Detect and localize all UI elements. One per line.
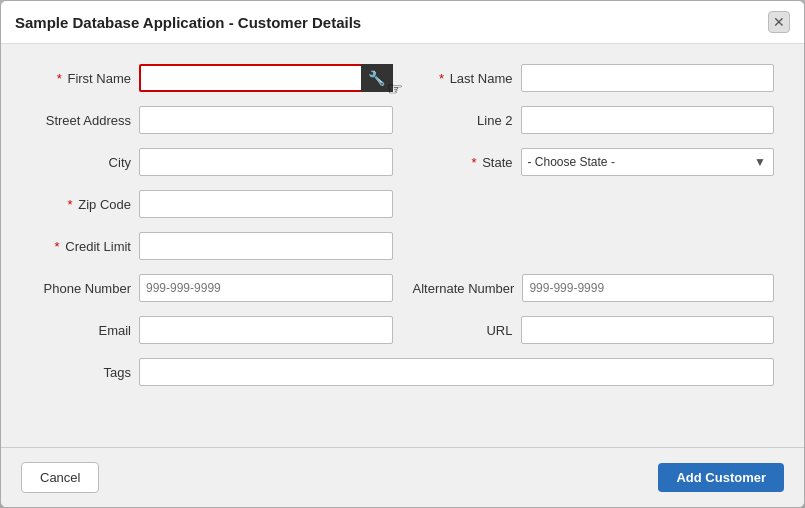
required-star-zip: * — [68, 197, 73, 212]
add-customer-button[interactable]: Add Customer — [658, 463, 784, 492]
dialog-footer: Cancel Add Customer — [1, 447, 804, 507]
field-email: Email — [31, 316, 393, 344]
url-label: URL — [413, 323, 513, 338]
field-street-address: Street Address — [31, 106, 393, 134]
street-address-input[interactable] — [139, 106, 393, 134]
field-url: URL — [413, 316, 775, 344]
field-phone: Phone Number — [31, 274, 393, 302]
tags-input[interactable] — [139, 358, 774, 386]
state-select-wrapper: - Choose State - Alabama Alaska Arizona … — [521, 148, 775, 176]
required-star-state: * — [471, 155, 476, 170]
url-input[interactable] — [521, 316, 775, 344]
phone-label: Phone Number — [31, 281, 131, 296]
required-star-credit: * — [55, 239, 60, 254]
city-input[interactable] — [139, 148, 393, 176]
required-star-lastname: * — [439, 71, 444, 86]
close-button[interactable]: ✕ — [768, 11, 790, 33]
form-row-address: Street Address Line 2 — [31, 106, 774, 134]
dialog-body: * First Name 🔧 ☞ * Last Name — [1, 44, 804, 447]
form-row-credit: * Credit Limit — [31, 232, 774, 260]
field-zip-code: * Zip Code — [31, 190, 393, 218]
alternate-label: Alternate Number — [413, 281, 515, 296]
credit-limit-label: * Credit Limit — [31, 239, 131, 254]
line2-input[interactable] — [521, 106, 775, 134]
form-row-names: * First Name 🔧 ☞ * Last Name — [31, 64, 774, 92]
wrench-button[interactable]: 🔧 — [361, 64, 393, 92]
street-address-label: Street Address — [31, 113, 131, 128]
first-name-label: * First Name — [31, 71, 131, 86]
field-credit-limit: * Credit Limit — [31, 232, 393, 260]
field-tags: Tags — [31, 358, 774, 386]
form-row-email-url: Email URL — [31, 316, 774, 344]
form-grid: * First Name 🔧 ☞ * Last Name — [31, 64, 774, 386]
required-star-firstname: * — [57, 71, 62, 86]
email-input[interactable] — [139, 316, 393, 344]
state-select[interactable]: - Choose State - Alabama Alaska Arizona … — [521, 148, 775, 176]
form-row-phones: Phone Number Alternate Number — [31, 274, 774, 302]
field-last-name: * Last Name — [413, 64, 775, 92]
field-city: City — [31, 148, 393, 176]
credit-limit-input[interactable] — [139, 232, 393, 260]
line2-label: Line 2 — [413, 113, 513, 128]
city-label: City — [31, 155, 131, 170]
tags-label: Tags — [31, 365, 131, 380]
field-first-name: * First Name 🔧 ☞ — [31, 64, 393, 92]
form-row-city-state: City * State - Choose State - Alabama Al… — [31, 148, 774, 176]
zip-code-input[interactable] — [139, 190, 393, 218]
form-row-tags: Tags — [31, 358, 774, 386]
field-line2: Line 2 — [413, 106, 775, 134]
cancel-button[interactable]: Cancel — [21, 462, 99, 493]
first-name-input[interactable] — [139, 64, 393, 92]
state-label: * State — [413, 155, 513, 170]
last-name-label: * Last Name — [413, 71, 513, 86]
field-state: * State - Choose State - Alabama Alaska … — [413, 148, 775, 176]
phone-input[interactable] — [139, 274, 393, 302]
last-name-input[interactable] — [521, 64, 775, 92]
dialog-title: Sample Database Application - Customer D… — [15, 14, 361, 31]
zip-code-label: * Zip Code — [31, 197, 131, 212]
dialog-titlebar: Sample Database Application - Customer D… — [1, 1, 804, 44]
first-name-wrapper: 🔧 ☞ — [139, 64, 393, 92]
email-label: Email — [31, 323, 131, 338]
alternate-input[interactable] — [522, 274, 774, 302]
dialog-container: Sample Database Application - Customer D… — [0, 0, 805, 508]
form-row-zip: * Zip Code — [31, 190, 774, 218]
field-alternate: Alternate Number — [413, 274, 775, 302]
